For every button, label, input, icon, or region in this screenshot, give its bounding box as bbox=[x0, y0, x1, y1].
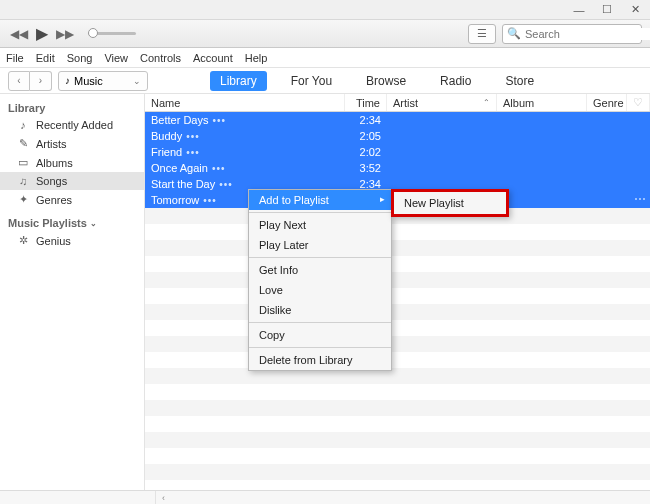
sidebar-item-recently-added[interactable]: ♪Recently Added bbox=[0, 116, 144, 134]
track-name: Tomorrow bbox=[151, 194, 199, 206]
col-loved[interactable]: ♡ bbox=[627, 94, 650, 111]
play-icon[interactable]: ▶ bbox=[36, 24, 48, 43]
context-menu: Add to Playlist▸ Play Next Play Later Ge… bbox=[248, 189, 392, 371]
tab-browse[interactable]: Browse bbox=[356, 71, 416, 91]
list-view-button[interactable]: ☰ bbox=[468, 24, 496, 44]
sidebar-item-artists[interactable]: ✎Artists bbox=[0, 134, 144, 153]
menu-add-to-playlist[interactable]: Add to Playlist▸ bbox=[249, 190, 391, 210]
more-icon[interactable]: ••• bbox=[186, 147, 200, 158]
sort-indicator-icon: ⌃ bbox=[483, 98, 490, 107]
row-more-icon[interactable]: ⋯ bbox=[634, 192, 646, 206]
table-row[interactable]: Once Again •••3:52 bbox=[145, 160, 650, 176]
search-input[interactable] bbox=[525, 28, 650, 40]
track-name: Buddy bbox=[151, 130, 182, 142]
table-row[interactable]: Friend •••2:02 bbox=[145, 144, 650, 160]
add-playlist-submenu: New Playlist bbox=[391, 189, 509, 217]
music-note-icon: ♪ bbox=[65, 75, 70, 86]
menu-dislike[interactable]: Dislike bbox=[249, 300, 391, 320]
table-row[interactable]: Buddy •••2:05 bbox=[145, 128, 650, 144]
scroll-left-icon[interactable]: ‹ bbox=[156, 493, 171, 503]
status-bar: ‹ bbox=[0, 490, 650, 504]
tab-library[interactable]: Library bbox=[210, 71, 267, 91]
menu-file[interactable]: File bbox=[6, 52, 24, 64]
source-label: Music bbox=[74, 75, 103, 87]
sub-header: ‹ › ♪ Music ⌄ Library For You Browse Rad… bbox=[0, 68, 650, 94]
sidebar-item-label: Songs bbox=[36, 175, 67, 187]
col-time[interactable]: Time bbox=[345, 94, 387, 111]
col-genre[interactable]: Genre bbox=[587, 94, 627, 111]
more-icon[interactable]: ••• bbox=[212, 163, 226, 174]
track-time: 3:52 bbox=[345, 160, 387, 176]
search-field[interactable]: 🔍 bbox=[502, 24, 642, 44]
search-icon: 🔍 bbox=[507, 27, 521, 40]
sidebar-item-label: Genius bbox=[36, 235, 71, 247]
sidebar-item-label: Genres bbox=[36, 194, 72, 206]
tracks-area: Name Time Artist⌃ Album Genre ♡ Better D… bbox=[145, 94, 650, 490]
menu-account[interactable]: Account bbox=[193, 52, 233, 64]
col-artist[interactable]: Artist⌃ bbox=[387, 94, 497, 111]
menu-song[interactable]: Song bbox=[67, 52, 93, 64]
more-icon[interactable]: ••• bbox=[186, 131, 200, 142]
tab-store[interactable]: Store bbox=[495, 71, 544, 91]
sidebar-item-genres[interactable]: ✦Genres bbox=[0, 190, 144, 209]
volume-slider[interactable] bbox=[88, 32, 136, 35]
menu-help[interactable]: Help bbox=[245, 52, 268, 64]
table-row[interactable]: Better Days •••2:34 bbox=[145, 112, 650, 128]
tab-for-you[interactable]: For You bbox=[281, 71, 342, 91]
track-time: 2:02 bbox=[345, 144, 387, 160]
forward-button[interactable]: › bbox=[30, 71, 52, 91]
menu-get-info[interactable]: Get Info bbox=[249, 260, 391, 280]
menu-new-playlist[interactable]: New Playlist bbox=[394, 192, 506, 214]
track-name: Better Days bbox=[151, 114, 208, 126]
player-toolbar: ◀◀ ▶ ▶▶ ☰ 🔍 bbox=[0, 20, 650, 48]
tab-radio[interactable]: Radio bbox=[430, 71, 481, 91]
more-icon[interactable]: ••• bbox=[203, 195, 217, 206]
menu-controls[interactable]: Controls bbox=[140, 52, 181, 64]
track-name: Friend bbox=[151, 146, 182, 158]
back-button[interactable]: ‹ bbox=[8, 71, 30, 91]
sidebar-item-label: Artists bbox=[36, 138, 67, 150]
sidebar-item-genius[interactable]: ✲Genius bbox=[0, 231, 144, 250]
source-selector[interactable]: ♪ Music ⌄ bbox=[58, 71, 148, 91]
track-time: 2:05 bbox=[345, 128, 387, 144]
menu-play-later[interactable]: Play Later bbox=[249, 235, 391, 255]
songs-icon: ♫ bbox=[16, 175, 30, 187]
menu-love[interactable]: Love bbox=[249, 280, 391, 300]
submenu-arrow-icon: ▸ bbox=[380, 194, 385, 204]
sidebar-item-albums[interactable]: ▭Albums bbox=[0, 153, 144, 172]
sidebar-library-header: Library bbox=[0, 98, 144, 116]
menu-view[interactable]: View bbox=[104, 52, 128, 64]
previous-icon[interactable]: ◀◀ bbox=[10, 27, 28, 41]
more-icon[interactable]: ••• bbox=[212, 115, 226, 126]
sidebar: Library ♪Recently Added ✎Artists ▭Albums… bbox=[0, 94, 145, 490]
albums-icon: ▭ bbox=[16, 156, 30, 169]
column-headers: Name Time Artist⌃ Album Genre ♡ bbox=[145, 94, 650, 112]
chevron-down-icon: ⌄ bbox=[90, 219, 97, 228]
sidebar-playlists-header[interactable]: Music Playlists⌄ bbox=[0, 209, 144, 231]
nav-tabs: Library For You Browse Radio Store bbox=[210, 71, 544, 91]
next-icon[interactable]: ▶▶ bbox=[56, 27, 74, 41]
genres-icon: ✦ bbox=[16, 193, 30, 206]
chevron-updown-icon: ⌄ bbox=[133, 76, 141, 86]
col-name[interactable]: Name bbox=[145, 94, 345, 111]
col-album[interactable]: Album bbox=[497, 94, 587, 111]
menu-edit[interactable]: Edit bbox=[36, 52, 55, 64]
recently-added-icon: ♪ bbox=[16, 119, 30, 131]
artists-icon: ✎ bbox=[16, 137, 30, 150]
genius-icon: ✲ bbox=[16, 234, 30, 247]
track-rows: Better Days •••2:34Buddy •••2:05Friend •… bbox=[145, 112, 650, 490]
menu-delete-from-library[interactable]: Delete from Library bbox=[249, 350, 391, 370]
minimize-button[interactable]: — bbox=[568, 2, 590, 18]
menu-play-next[interactable]: Play Next bbox=[249, 215, 391, 235]
menu-bar: File Edit Song View Controls Account Hel… bbox=[0, 48, 650, 68]
transport-controls: ◀◀ ▶ ▶▶ bbox=[0, 24, 146, 43]
track-time: 2:34 bbox=[345, 112, 387, 128]
sidebar-item-songs[interactable]: ♫Songs bbox=[0, 172, 144, 190]
close-button[interactable]: ✕ bbox=[624, 2, 646, 18]
menu-copy[interactable]: Copy bbox=[249, 325, 391, 345]
more-icon[interactable]: ••• bbox=[219, 179, 233, 190]
window-titlebar: — ☐ ✕ bbox=[0, 0, 650, 20]
maximize-button[interactable]: ☐ bbox=[596, 2, 618, 18]
sidebar-item-label: Albums bbox=[36, 157, 73, 169]
track-name: Start the Day bbox=[151, 178, 215, 190]
